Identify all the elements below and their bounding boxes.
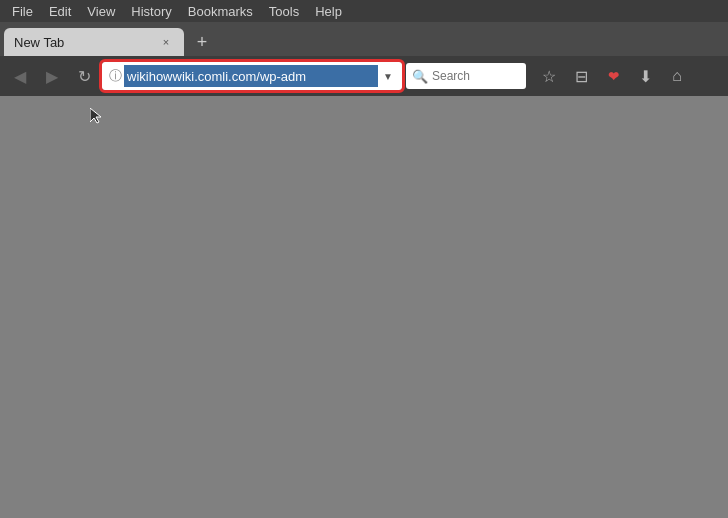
url-dropdown-button[interactable]: ▼	[378, 62, 398, 90]
bookmarks-icon: ⊟	[575, 67, 588, 86]
download-icon: ⬇	[639, 67, 652, 86]
tab-title: New Tab	[14, 35, 150, 50]
refresh-button[interactable]: ↻	[70, 62, 98, 90]
back-button[interactable]: ◀	[6, 62, 34, 90]
bookmarks-button[interactable]: ⊟	[566, 61, 596, 91]
refresh-icon: ↻	[78, 67, 91, 86]
url-info-icon[interactable]: ⓘ	[106, 67, 124, 85]
pocket-icon: ❤	[608, 69, 619, 84]
menu-view[interactable]: View	[79, 2, 123, 21]
search-icon: 🔍	[412, 69, 428, 84]
url-input[interactable]	[124, 65, 378, 87]
new-tab-button[interactable]: +	[188, 28, 216, 56]
bookmark-star-icon: ☆	[542, 67, 556, 86]
browser-tab[interactable]: New Tab ×	[4, 28, 184, 56]
forward-button[interactable]: ▶	[38, 62, 66, 90]
nav-bar: ◀ ▶ ↻ ⓘ ▼ 🔍 ☆ ⊟ ❤ ⬇	[0, 56, 728, 96]
menu-edit[interactable]: Edit	[41, 2, 79, 21]
search-bar: 🔍	[406, 63, 526, 89]
menu-bookmarks[interactable]: Bookmarks	[180, 2, 261, 21]
url-bar: ⓘ ▼	[102, 62, 402, 90]
svg-marker-0	[90, 108, 101, 123]
tab-bar: New Tab × +	[0, 22, 728, 56]
pocket-button[interactable]: ❤	[598, 61, 628, 91]
search-input[interactable]	[432, 69, 512, 83]
toolbar-right: ☆ ⊟ ❤ ⬇ ⌂	[534, 61, 692, 91]
forward-icon: ▶	[46, 67, 58, 86]
menu-history[interactable]: History	[123, 2, 179, 21]
home-button[interactable]: ⌂	[662, 61, 692, 91]
content-area	[0, 96, 728, 518]
menu-help[interactable]: Help	[307, 2, 350, 21]
back-icon: ◀	[14, 67, 26, 86]
url-bar-wrapper: ⓘ ▼	[102, 62, 402, 90]
menu-tools[interactable]: Tools	[261, 2, 307, 21]
bookmark-star-button[interactable]: ☆	[534, 61, 564, 91]
home-icon: ⌂	[672, 67, 682, 85]
mouse-cursor	[90, 108, 98, 116]
download-button[interactable]: ⬇	[630, 61, 660, 91]
menu-bar: File Edit View History Bookmarks Tools H…	[0, 0, 728, 22]
tab-close-button[interactable]: ×	[158, 34, 174, 50]
menu-file[interactable]: File	[4, 2, 41, 21]
